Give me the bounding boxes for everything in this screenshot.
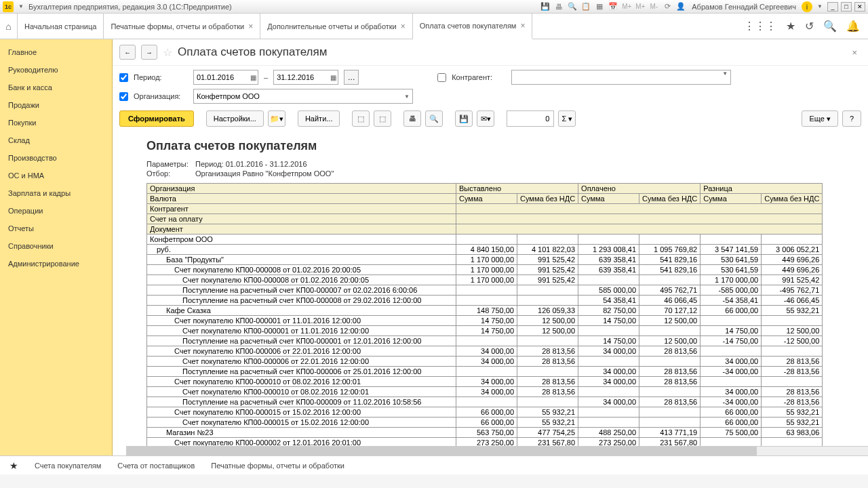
close-icon[interactable]: × bbox=[520, 21, 525, 30]
sidebar-item[interactable]: Операции bbox=[0, 202, 112, 220]
chevron-down-icon[interactable]: ▼ bbox=[404, 94, 410, 100]
status-link[interactable]: Счета покупателям bbox=[35, 462, 101, 470]
table-row[interactable]: Счет покупателю КП00-000001 от 11.01.201… bbox=[147, 316, 823, 326]
table-row[interactable]: Счет покупателю КП00-000015 от 15.02.201… bbox=[147, 418, 823, 428]
search-icon[interactable]: 🔍 bbox=[823, 20, 837, 33]
table-row[interactable]: Счет покупателю КП00-000001 от 11.01.201… bbox=[147, 326, 823, 336]
tab-2[interactable]: Дополнительные отчеты и обработки× bbox=[260, 14, 413, 39]
sum-button[interactable]: Σ ▾ bbox=[558, 110, 576, 127]
calendar-icon[interactable]: 📅 bbox=[608, 1, 618, 12]
print-icon[interactable]: 🖶 bbox=[553, 1, 564, 12]
table-row[interactable]: Поступление на расчетный счет КП00-00000… bbox=[147, 285, 823, 296]
settings-button[interactable]: Настройки... bbox=[206, 110, 264, 127]
sidebar-item[interactable]: Продажи bbox=[0, 96, 112, 114]
sidebar-item[interactable]: Руководителю bbox=[0, 61, 112, 79]
back-button[interactable]: ← bbox=[119, 45, 136, 60]
date-to-input[interactable]: 31.12.2016▦ bbox=[273, 70, 338, 85]
star-icon[interactable]: ★ bbox=[9, 460, 18, 471]
forward-button[interactable]: → bbox=[141, 45, 157, 60]
table-row[interactable]: Поступление на расчетный счет КП00-00000… bbox=[147, 397, 823, 407]
email-button[interactable]: ✉▾ bbox=[477, 110, 494, 127]
preview-button[interactable]: 🔍 bbox=[425, 110, 443, 127]
table-row[interactable]: руб.4 840 150,004 101 822,031 293 008,41… bbox=[147, 245, 823, 255]
org-checkbox[interactable] bbox=[119, 92, 128, 101]
tab-1[interactable]: Печатные формы, отчеты и обработки× bbox=[104, 14, 260, 39]
status-link[interactable]: Счета от поставщиков bbox=[117, 462, 195, 470]
generate-button[interactable]: Сформировать bbox=[119, 110, 194, 127]
tab-home[interactable]: Начальная страница bbox=[18, 14, 104, 39]
table-row[interactable]: Счет покупателю КП00-000010 от 08.02.201… bbox=[147, 377, 823, 387]
close-page-button[interactable]: × bbox=[852, 47, 861, 58]
m-plus2-icon[interactable]: M+ bbox=[635, 1, 646, 12]
sidebar-item[interactable]: Администрирование bbox=[0, 255, 112, 272]
more-button[interactable]: Еще ▾ bbox=[802, 110, 837, 127]
org-input[interactable]: Конфетпром ООО▼ bbox=[193, 89, 413, 104]
copy-icon[interactable]: 📋 bbox=[580, 1, 591, 12]
status-link[interactable]: Печатные формы, отчеты и обработки bbox=[211, 462, 344, 470]
sidebar-item[interactable]: Покупки bbox=[0, 114, 112, 131]
sidebar-item[interactable]: Банк и касса bbox=[0, 79, 112, 96]
table-row[interactable]: Счет покупателю КП00-000008 от 01.02.201… bbox=[147, 275, 823, 285]
table-row[interactable]: Поступление на расчетный счет КП00-00000… bbox=[147, 367, 823, 377]
close-icon[interactable]: × bbox=[248, 22, 253, 31]
close-button[interactable]: ✕ bbox=[854, 2, 865, 12]
save-file-button[interactable]: 💾 bbox=[455, 110, 473, 127]
table-row[interactable]: Счет покупателю КП00-000006 от 22.01.201… bbox=[147, 357, 823, 367]
sidebar-item[interactable]: Склад bbox=[0, 131, 112, 149]
h-scrollbar[interactable] bbox=[126, 446, 868, 455]
chevron-down-icon[interactable]: ▼ bbox=[722, 70, 728, 77]
maximize-button[interactable]: □ bbox=[841, 2, 852, 12]
print-preview-icon[interactable]: 🔍 bbox=[567, 1, 578, 12]
refresh-icon[interactable]: ⟳ bbox=[662, 1, 673, 12]
period-checkbox[interactable] bbox=[119, 73, 128, 82]
favorite-icon[interactable]: ☆ bbox=[163, 46, 172, 59]
bell-icon[interactable]: 🔔 bbox=[846, 20, 860, 33]
star-icon[interactable]: ★ bbox=[786, 20, 795, 33]
table-row[interactable]: Счет покупателю КП00-000008 от 01.02.201… bbox=[147, 265, 823, 275]
contractor-checkbox[interactable] bbox=[437, 73, 446, 82]
table-row[interactable]: Поступление на расчетный счет КП00-00000… bbox=[147, 296, 823, 306]
history-icon[interactable]: ↺ bbox=[805, 20, 814, 33]
save-icon[interactable]: 💾 bbox=[540, 1, 551, 12]
home-icon[interactable]: ⌂ bbox=[0, 14, 18, 39]
help-button[interactable]: ? bbox=[842, 110, 861, 127]
table-row[interactable]: Конфетпром ООО bbox=[147, 235, 823, 245]
sidebar-item[interactable]: Справочники bbox=[0, 237, 112, 255]
m-plus-icon[interactable]: M+ bbox=[621, 1, 632, 12]
table-row[interactable]: Счет покупателю КП00-000006 от 22.01.201… bbox=[147, 346, 823, 357]
calendar-icon[interactable]: ▦ bbox=[250, 74, 256, 81]
table-row[interactable]: Поступление на расчетный счет КП00-00000… bbox=[147, 336, 823, 346]
collapse-icon[interactable]: ⬚ bbox=[374, 110, 391, 127]
contractor-input[interactable]: ▼ bbox=[511, 70, 731, 85]
period-more-button[interactable]: … bbox=[344, 70, 359, 85]
minimize-button[interactable]: _ bbox=[827, 2, 838, 12]
calc-icon[interactable]: ▦ bbox=[594, 1, 605, 12]
find-button[interactable]: Найти... bbox=[298, 110, 340, 127]
sidebar-item[interactable]: ОС и НМА bbox=[0, 167, 112, 184]
table-row[interactable]: Счет покупателю КП00-000002 от 12.01.201… bbox=[147, 438, 823, 447]
calendar-icon[interactable]: ▦ bbox=[330, 74, 336, 81]
table-row[interactable]: Кафе Сказка148 750,00126 059,3382 750,00… bbox=[147, 306, 823, 316]
table-row[interactable]: Счет покупателю КП00-000010 от 08.02.201… bbox=[147, 387, 823, 397]
info-icon[interactable]: i bbox=[802, 1, 812, 12]
info-dd-icon[interactable]: ▼ bbox=[815, 2, 825, 12]
expand-icon[interactable]: ⬚ bbox=[352, 110, 370, 127]
settings-dd-button[interactable]: 📁▾ bbox=[268, 110, 285, 127]
sidebar-item[interactable]: Зарплата и кадры bbox=[0, 184, 112, 202]
table-row[interactable]: База "Продукты"1 170 000,00991 525,42639… bbox=[147, 255, 823, 265]
table-row[interactable]: Счет покупателю КП00-000015 от 15.02.201… bbox=[147, 407, 823, 418]
sidebar-item[interactable]: Производство bbox=[0, 149, 112, 167]
m-minus-icon[interactable]: M- bbox=[648, 1, 659, 12]
print-button[interactable]: 🖶 bbox=[403, 110, 421, 127]
apps-icon[interactable]: ⋮⋮⋮ bbox=[744, 20, 776, 33]
page-number-input[interactable] bbox=[507, 110, 554, 127]
sidebar-item[interactable]: Отчеты bbox=[0, 220, 112, 237]
user-icon[interactable]: 👤 bbox=[675, 1, 686, 12]
sidebar-item[interactable]: Главное bbox=[0, 43, 112, 61]
table-row[interactable]: Магазин №23563 750,00477 754,25488 250,0… bbox=[147, 428, 823, 438]
close-icon[interactable]: × bbox=[401, 22, 406, 31]
date-from-input[interactable]: 01.01.2016▦ bbox=[193, 70, 258, 85]
tab-3[interactable]: Оплата счетов покупателям× bbox=[413, 14, 533, 39]
contractor-label: Контрагент: bbox=[452, 73, 506, 81]
app-menu-icon[interactable]: ▼ bbox=[16, 2, 26, 12]
